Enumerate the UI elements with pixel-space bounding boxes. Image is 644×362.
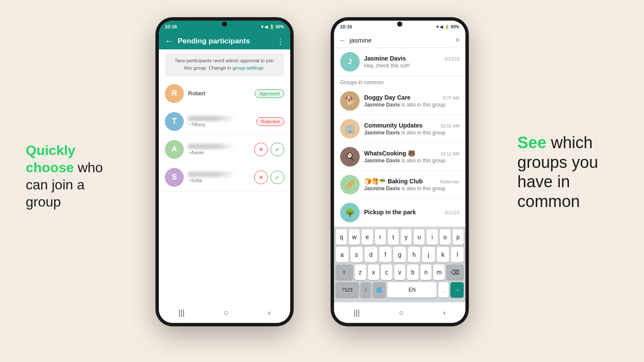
- kb-e[interactable]: e: [361, 229, 373, 245]
- signal-icon-2: ▼◀: [435, 24, 443, 29]
- kb-j[interactable]: j: [422, 247, 435, 262]
- kb-send[interactable]: →: [450, 282, 464, 298]
- group-preview-text-doggy: is also in this group: [400, 102, 445, 108]
- group-item-baking[interactable]: 🥖 🍞🥞🥗 Baking Club Yesterday Jasmine Davi…: [334, 171, 465, 199]
- kb-f[interactable]: f: [379, 247, 392, 262]
- avatar-circle-doggy: 🐕: [340, 91, 360, 111]
- group-person-doggy: Jasmine Davis: [364, 102, 400, 108]
- kb-r[interactable]: r: [375, 229, 386, 245]
- kb-z[interactable]: z: [355, 265, 366, 280]
- kb-row-3: ⇧ z x c v b n m ⌫: [336, 265, 464, 280]
- approve-button-sofia[interactable]: ✓: [270, 170, 284, 184]
- nav-back-icon-2: ‹: [443, 308, 446, 317]
- kb-m[interactable]: m: [433, 265, 445, 280]
- group-preview-doggy: Jasmine Davis is also in this group: [364, 102, 459, 108]
- kb-globe[interactable]: 🌐: [373, 282, 386, 298]
- avatar-aarav: A: [165, 140, 184, 159]
- chat-header-doggy: Doggy Day Care 9:07 AM: [364, 94, 459, 101]
- kb-x[interactable]: x: [368, 265, 380, 280]
- kb-v[interactable]: v: [394, 265, 406, 280]
- group-item-doggy[interactable]: 🐕 Doggy Day Care 9:07 AM Jasmine Davis i…: [334, 87, 465, 115]
- kb-c[interactable]: c: [381, 265, 392, 280]
- reject-button-sofia[interactable]: ✕: [254, 170, 268, 184]
- kb-numbers[interactable]: ?123: [336, 282, 359, 298]
- avatar-circle-robert: R: [165, 84, 184, 103]
- status-icons-1: ▼◀ 🔋 60%: [260, 24, 284, 29]
- participant-item-aarav: A ~Aarav ✕ ✓: [159, 136, 290, 164]
- group-item-park[interactable]: 🌳 Pickup in the park 3/11/23: [334, 199, 465, 227]
- kb-k[interactable]: k: [437, 247, 450, 262]
- avatar-park: 🌳: [340, 203, 360, 222]
- chat-item-jasmine[interactable]: J Jasmine Davis 3/13/23 Hey, check this …: [334, 48, 465, 76]
- kb-q[interactable]: q: [336, 229, 347, 245]
- avatar-circle-park: 🌳: [340, 203, 360, 222]
- search-back-button[interactable]: ←: [339, 37, 346, 44]
- avatar-circle-baking: 🥖: [340, 175, 360, 195]
- alias-sofia: ~Sofia: [188, 178, 250, 183]
- phone-2: 10:16 ▼◀ 🔋 60% ← ✕ J Jasmine Davis 3/13/…: [331, 17, 469, 326]
- clear-search-icon[interactable]: ✕: [455, 36, 460, 44]
- kb-s[interactable]: s: [350, 247, 363, 262]
- contact-preview: Hey, check this out!!: [364, 63, 459, 69]
- right-highlight: See: [517, 134, 547, 152]
- kb-l[interactable]: l: [451, 247, 464, 262]
- group-item-cooking[interactable]: 🍳 WhatsCooking 🐻 10:12 AM Jasmine Davis …: [334, 143, 465, 171]
- kb-period[interactable]: .: [438, 282, 449, 298]
- participant-name-aarav: ~Aarav: [188, 144, 250, 155]
- phone-2-screen: 10:16 ▼◀ 🔋 60% ← ✕ J Jasmine Davis 3/13/…: [334, 21, 465, 323]
- camera-notch-2: [397, 21, 402, 27]
- group-name-cooking: WhatsCooking 🐻: [364, 150, 415, 157]
- right-caption: See which groups you have in common: [517, 133, 620, 211]
- kb-backspace[interactable]: ⌫: [447, 265, 464, 280]
- kb-p[interactable]: p: [453, 229, 464, 245]
- status-badge-approved: Approved: [255, 89, 284, 98]
- kb-n[interactable]: n: [420, 265, 432, 280]
- group-item-community[interactable]: 🏢 Community Updates 10:01 AM Jasmine Dav…: [334, 115, 465, 143]
- kb-w[interactable]: w: [349, 229, 360, 245]
- battery-2: 60%: [451, 24, 459, 29]
- approve-button-aarav[interactable]: ✓: [270, 143, 284, 156]
- pending-info: New participants need admin approval to …: [165, 53, 284, 76]
- chat-header-jasmine: Jasmine Davis 3/13/23: [364, 55, 459, 62]
- kb-a[interactable]: a: [336, 247, 349, 262]
- group-preview-text-community: is also in this group: [400, 130, 445, 136]
- chat-header-park: Pickup in the park 3/11/23: [364, 209, 459, 216]
- kb-y[interactable]: y: [401, 229, 412, 245]
- participant-name-sofia: ~Sofia: [188, 172, 250, 183]
- search-input[interactable]: [349, 37, 451, 44]
- chat-content-baking: 🍞🥞🥗 Baking Club Yesterday Jasmine Davis …: [364, 178, 459, 192]
- group-time-cooking: 10:12 AM: [440, 151, 459, 156]
- chat-header-cooking: WhatsCooking 🐻 10:12 AM: [364, 150, 459, 157]
- kb-d[interactable]: d: [365, 247, 377, 262]
- back-button-1[interactable]: ←: [165, 36, 173, 46]
- phone-1: 10:16 ▼◀ 🔋 60% ← Pending participants ⋮ …: [155, 17, 294, 326]
- participant-item-sofia: S ~Sofia ✕ ✓: [159, 164, 290, 192]
- reject-button-aarav[interactable]: ✕: [254, 143, 268, 156]
- kb-i[interactable]: i: [426, 229, 437, 245]
- kb-u[interactable]: u: [413, 229, 425, 245]
- group-settings-link[interactable]: group settings.: [233, 65, 265, 70]
- kb-t[interactable]: t: [388, 229, 399, 245]
- kb-shift[interactable]: ⇧: [336, 265, 353, 280]
- more-icon-1[interactable]: ⋮: [276, 37, 284, 46]
- avatar-circle-sofia: S: [165, 168, 184, 187]
- avatar-cooking: 🍳: [340, 147, 360, 167]
- kb-g[interactable]: g: [393, 247, 406, 262]
- blurred-phone-sofia: [188, 172, 235, 177]
- group-preview-cooking: Jasmine Davis is also in this group: [364, 158, 459, 164]
- keyboard: q w e r t y u i o p a s d f g h j k l: [334, 227, 465, 302]
- nav-home-icon: ○: [224, 308, 229, 317]
- kb-b[interactable]: b: [407, 265, 419, 280]
- kb-h[interactable]: h: [408, 247, 421, 262]
- kb-o[interactable]: o: [440, 229, 451, 245]
- contact-name: Jasmine Davis: [364, 55, 406, 62]
- chat-header-community: Community Updates 10:01 AM: [364, 122, 459, 129]
- group-name-doggy: Doggy Day Care: [364, 94, 410, 101]
- kb-space[interactable]: EN: [387, 282, 437, 298]
- avatar-jasmine: J: [340, 52, 360, 72]
- kb-slash[interactable]: /: [361, 282, 371, 298]
- chat-content-doggy: Doggy Day Care 9:07 AM Jasmine Davis is …: [364, 94, 459, 108]
- camera-notch-1: [222, 21, 227, 27]
- avatar-circle-tiffany: T: [165, 112, 184, 131]
- group-preview-community: Jasmine Davis is also in this group: [364, 130, 459, 136]
